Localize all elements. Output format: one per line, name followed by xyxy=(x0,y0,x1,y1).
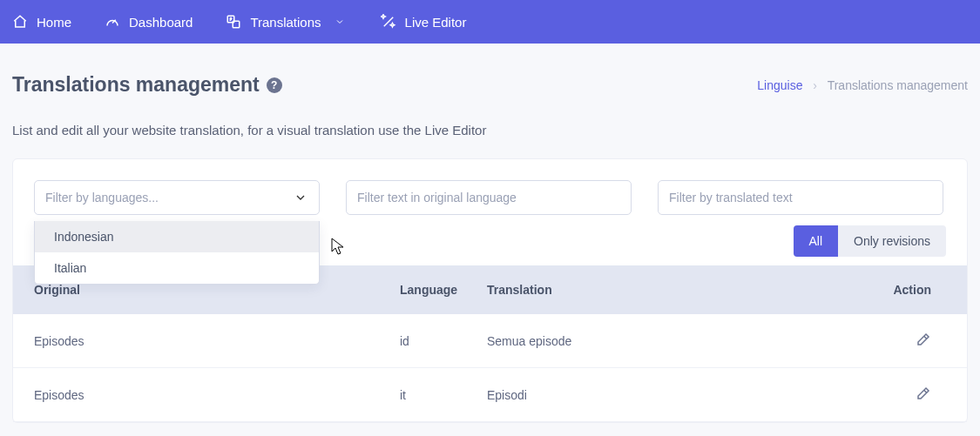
nav-translations-label: Translations xyxy=(250,15,321,30)
edit-button[interactable] xyxy=(853,332,931,347)
cell-translation: Episodi xyxy=(487,388,853,402)
table-row: Episodes id Semua episode xyxy=(13,314,967,368)
cell-translation: Semua episode xyxy=(487,334,853,348)
col-language: Language xyxy=(400,283,487,297)
toggle-revisions-button[interactable]: Only revisions xyxy=(838,225,946,257)
cell-language: it xyxy=(400,388,487,402)
nav-live-editor[interactable]: Live Editor xyxy=(381,14,467,30)
nav-home[interactable]: Home xyxy=(12,14,71,30)
breadcrumb-root[interactable]: Linguise xyxy=(757,78,802,92)
top-nav: Home Dashboard Translations Live Editor xyxy=(0,0,980,44)
language-filter-select[interactable]: Filter by languages... Indonesian Italia… xyxy=(34,180,320,215)
original-text-input[interactable] xyxy=(357,191,620,205)
language-option-italian[interactable]: Italian xyxy=(35,252,319,284)
language-option-indonesian[interactable]: Indonesian xyxy=(35,221,319,252)
nav-live-editor-label: Live Editor xyxy=(405,15,467,30)
translate-icon xyxy=(226,14,241,30)
chevron-down-icon xyxy=(332,14,348,30)
chevron-down-icon xyxy=(293,190,308,205)
edit-button[interactable] xyxy=(853,386,931,401)
cell-original: Episodes xyxy=(34,388,400,402)
col-action: Action xyxy=(853,283,931,297)
nav-dashboard[interactable]: Dashboard xyxy=(105,14,193,30)
col-original: Original xyxy=(34,283,400,297)
nav-translations[interactable]: Translations xyxy=(226,14,347,30)
breadcrumb-current: Translations management xyxy=(828,78,968,92)
translations-card: Filter by languages... Indonesian Italia… xyxy=(12,158,968,423)
translated-text-input[interactable] xyxy=(669,191,932,205)
page-subtitle: List and edit all your website translati… xyxy=(12,123,968,138)
cell-original: Episodes xyxy=(34,334,400,348)
toggle-all-button[interactable]: All xyxy=(794,225,839,257)
table-row: Episodes it Episodi xyxy=(13,368,967,422)
language-filter-placeholder: Filter by languages... xyxy=(45,191,159,205)
col-translation: Translation xyxy=(487,283,853,297)
cell-language: id xyxy=(400,334,487,348)
page-title: Translations management ? xyxy=(12,73,282,97)
revisions-toggle: All Only revisions xyxy=(794,225,946,257)
language-filter-dropdown: Indonesian Italian xyxy=(34,221,320,285)
translated-text-filter[interactable] xyxy=(658,180,943,215)
translations-table: Original Language Translation Action Epi… xyxy=(13,265,967,422)
home-icon xyxy=(12,14,28,30)
breadcrumb: Linguise › Translations management xyxy=(757,78,968,92)
help-icon[interactable]: ? xyxy=(267,77,282,93)
original-text-filter[interactable] xyxy=(346,180,632,215)
nav-dashboard-label: Dashboard xyxy=(129,15,193,30)
gauge-icon xyxy=(105,14,120,30)
chevron-right-icon: › xyxy=(813,78,817,92)
page-title-text: Translations management xyxy=(12,73,260,97)
nav-home-label: Home xyxy=(37,15,71,30)
magic-wand-icon xyxy=(381,14,396,30)
